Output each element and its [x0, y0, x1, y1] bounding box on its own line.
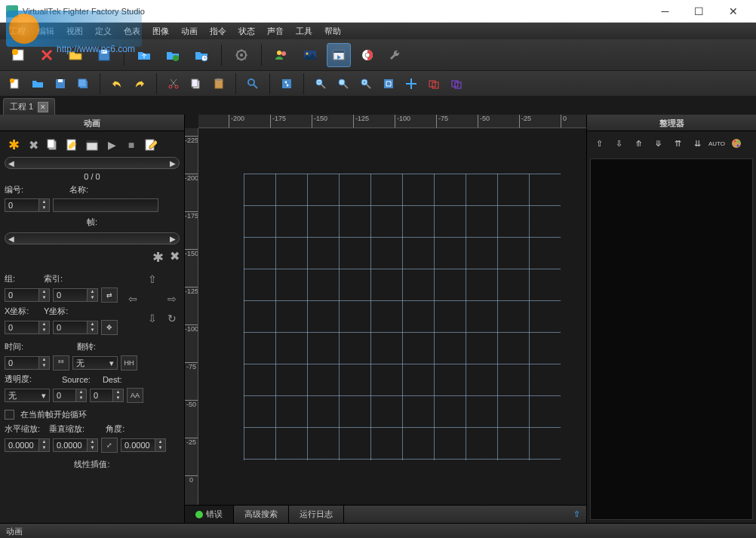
anim-stop-icon[interactable]: ■ — [122, 136, 140, 154]
anim-editpen-icon[interactable] — [142, 136, 160, 154]
zoom-out-icon[interactable] — [312, 75, 330, 93]
saveall-icon[interactable] — [74, 75, 92, 93]
open-doc-icon[interactable] — [29, 75, 47, 93]
arrow-right-icon[interactable]: ⇨ — [163, 290, 181, 308]
org-down10-icon[interactable]: ⤋ — [649, 134, 667, 152]
anim-scrollbar-1[interactable]: ◀▶ — [5, 157, 180, 169]
opacity-combo[interactable]: 无 — [5, 389, 50, 402]
sync-icon[interactable] — [278, 75, 296, 93]
move-icon[interactable]: ✥ — [101, 320, 118, 335]
maximize-button[interactable]: ☐ — [682, 1, 716, 22]
svg-point-15 — [365, 53, 370, 57]
name-input[interactable] — [53, 198, 158, 212]
arrow-down-icon[interactable]: ⇩ — [143, 309, 161, 327]
tab-close-icon[interactable]: ✕ — [38, 102, 48, 112]
org-up10-icon[interactable]: ⤊ — [629, 134, 647, 152]
close-button[interactable]: ✕ — [716, 1, 750, 22]
animation-icon[interactable] — [327, 43, 351, 67]
anim-edit-icon[interactable] — [63, 136, 81, 154]
source-input[interactable]: 0▲▼ — [53, 389, 87, 402]
anim-x-icon[interactable]: ✖ — [170, 249, 180, 266]
paste-icon[interactable] — [210, 75, 228, 93]
recent-icon[interactable] — [189, 43, 214, 67]
dest-input[interactable]: 0▲▼ — [90, 389, 124, 402]
angle-input[interactable]: 0.0000▲▼ — [121, 438, 166, 452]
users-icon[interactable] — [269, 43, 293, 67]
new-doc-icon[interactable] — [6, 75, 24, 93]
watermark-logo-icon — [9, 14, 39, 44]
fit-icon[interactable] — [380, 75, 398, 93]
save-doc-icon[interactable] — [51, 75, 69, 93]
search-tab[interactable]: 高级搜索 — [234, 506, 289, 523]
menu-help[interactable]: 帮助 — [318, 24, 347, 38]
errors-tab[interactable]: 错误 — [185, 506, 234, 523]
log-tab[interactable]: 运行日志 — [289, 506, 344, 523]
project-tab[interactable]: 工程 1 ✕ — [3, 98, 55, 115]
help-ring-icon[interactable] — [355, 43, 380, 67]
onion-next-icon[interactable] — [447, 75, 466, 93]
menu-tools[interactable]: 工具 — [290, 24, 318, 38]
organizer-panel: 整理器 ⇧ ⇩ ⤊ ⤋ ⇈ ⇊ AUTO — [586, 115, 756, 523]
svg-rect-13 — [333, 51, 344, 53]
vscale-input[interactable]: 0.0000▲▼ — [53, 438, 98, 452]
opacity-tool-icon[interactable]: AA — [127, 388, 143, 403]
organizer-list[interactable] — [590, 158, 753, 520]
svg-point-4 — [173, 55, 179, 61]
copy-icon[interactable] — [187, 75, 205, 93]
anim-play-icon[interactable]: ▶ — [103, 136, 121, 154]
anim-clapper-icon[interactable] — [83, 136, 101, 154]
menu-command[interactable]: 指令 — [204, 24, 232, 38]
index-input[interactable]: 0▲▼ — [53, 288, 98, 302]
time-input[interactable]: 0▲▼ — [5, 356, 50, 370]
cut-icon[interactable] — [164, 75, 183, 93]
group-input[interactable]: 0▲▼ — [5, 288, 50, 302]
anim-scrollbar-2[interactable]: ◀▶ — [5, 232, 180, 244]
xcoord-input[interactable]: 0▲▼ — [5, 321, 50, 334]
dest-label: Dest: — [103, 375, 122, 384]
sprite-grid — [244, 174, 561, 460]
crosshair-icon[interactable] — [402, 75, 420, 93]
arrow-up-icon[interactable]: ⇧ — [143, 270, 161, 288]
rotate-icon[interactable]: ↻ — [163, 309, 181, 327]
settings-icon[interactable] — [229, 43, 254, 67]
find-icon[interactable] — [244, 75, 262, 93]
number-input[interactable]: 0▲▼ — [5, 198, 50, 212]
app-body: 工程 编辑 视图 定义 色表 图像 动画 指令 状态 声音 工具 帮助 http… — [0, 23, 756, 538]
onion-prev-icon[interactable] — [425, 75, 443, 93]
redo-icon[interactable] — [131, 75, 149, 93]
loop-checkbox[interactable] — [5, 410, 14, 420]
menu-state[interactable]: 状态 — [232, 24, 261, 38]
anim-new-icon[interactable]: ✱ — [5, 136, 23, 154]
export-folder-icon[interactable] — [161, 43, 185, 67]
scale-tool-icon[interactable]: ⤢ — [101, 438, 118, 453]
flip-combo[interactable]: 无 — [72, 356, 118, 370]
ycoord-input[interactable]: 0▲▼ — [53, 321, 98, 334]
group-label: 组: — [5, 273, 41, 284]
arrow-left-icon[interactable]: ⇦ — [124, 290, 142, 308]
org-palette-icon[interactable] — [727, 134, 745, 152]
canvas[interactable] — [198, 128, 586, 505]
minimize-button[interactable]: ─ — [648, 1, 682, 22]
time-tool-icon[interactable]: ⁸⁸ — [53, 355, 69, 370]
image-icon[interactable] — [298, 43, 322, 67]
anim-copy-icon[interactable] — [44, 136, 62, 154]
menu-image[interactable]: 图像 — [146, 24, 175, 38]
swap-icon[interactable]: ⇄ — [101, 287, 118, 303]
wrench-icon[interactable] — [384, 43, 408, 67]
zoom-in-icon[interactable] — [357, 75, 375, 93]
menu-animation[interactable]: 动画 — [175, 24, 204, 38]
org-down-icon[interactable]: ⇩ — [610, 134, 628, 152]
flip-tool-icon[interactable]: HH — [121, 355, 137, 370]
org-auto-icon[interactable]: AUTO — [708, 134, 726, 152]
org-up-icon[interactable]: ⇧ — [590, 134, 608, 152]
menu-sound[interactable]: 声音 — [261, 24, 290, 38]
hscale-input[interactable]: 0.0000▲▼ — [5, 438, 50, 452]
anim-star-icon[interactable]: ✱ — [152, 249, 164, 266]
zoom-100-icon[interactable] — [334, 75, 352, 93]
undo-icon[interactable] — [108, 75, 126, 93]
org-top-icon[interactable]: ⇈ — [668, 134, 687, 152]
collapse-icon[interactable]: ⇧ — [567, 509, 586, 519]
org-bottom-icon[interactable]: ⇊ — [688, 134, 706, 152]
svg-point-8 — [277, 51, 281, 55]
anim-delete-icon[interactable]: ✖ — [24, 136, 42, 154]
